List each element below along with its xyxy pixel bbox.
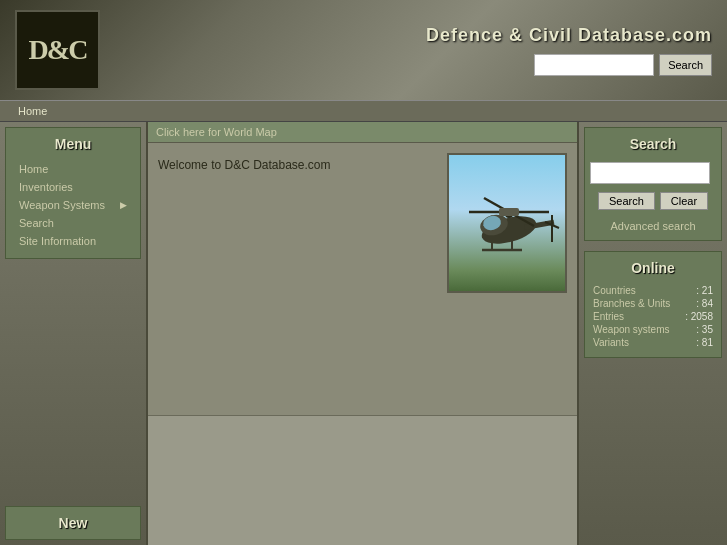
- worldmap-link[interactable]: Click here for World Map: [148, 122, 577, 143]
- header-search-button[interactable]: Search: [659, 54, 712, 76]
- header-search-input[interactable]: [534, 54, 654, 76]
- online-row-entries: Entries : 2058: [590, 310, 716, 323]
- center-content: Click here for World Map Welcome to D&C …: [148, 122, 579, 545]
- sidebar-item-inventories[interactable]: Inventories: [11, 178, 135, 196]
- online-entries-value: : 2058: [685, 311, 713, 322]
- logo-area: D&C: [15, 10, 100, 90]
- chevron-right-icon: ▶: [120, 200, 127, 210]
- online-row-branches: Branches & Units : 84: [590, 297, 716, 310]
- sidebar-item-weapon-systems-label: Weapon Systems: [19, 199, 105, 211]
- right-sidebar: Search Search Clear Advanced search Onli…: [579, 122, 727, 545]
- sidebar-item-site-info-label: Site Information: [19, 235, 96, 247]
- header: D&C Defence & Civil Database.com Search: [0, 0, 727, 100]
- search-panel-clear-button[interactable]: Clear: [660, 192, 708, 210]
- online-row-weapon-systems: Weapon systems : 35: [590, 323, 716, 336]
- search-panel-title: Search: [590, 136, 716, 152]
- online-panel: Online Countries : 21 Branches & Units :…: [584, 251, 722, 358]
- search-panel-input[interactable]: [590, 162, 710, 184]
- logo: D&C: [15, 10, 100, 90]
- online-entries-label: Entries: [593, 311, 624, 322]
- sidebar-item-inventories-label: Inventories: [19, 181, 73, 193]
- online-row-variants: Variants : 81: [590, 336, 716, 349]
- sidebar-item-site-information[interactable]: Site Information: [11, 232, 135, 250]
- center-main: Welcome to D&C Database.com: [148, 143, 577, 415]
- online-variants-value: : 81: [696, 337, 713, 348]
- sidebar-item-home-label: Home: [19, 163, 48, 175]
- navbar: Home: [0, 100, 727, 122]
- sidebar-new-title: New: [11, 515, 135, 531]
- sidebar: Menu Home Inventories Weapon Systems ▶ S…: [0, 122, 148, 545]
- online-panel-title: Online: [590, 260, 716, 276]
- sidebar-item-weapon-systems[interactable]: Weapon Systems ▶: [11, 196, 135, 214]
- main-wrapper: Menu Home Inventories Weapon Systems ▶ S…: [0, 122, 727, 545]
- header-right: Defence & Civil Database.com Search: [426, 25, 712, 76]
- helicopter-image: [447, 153, 567, 293]
- search-panel: Search Search Clear Advanced search: [584, 127, 722, 241]
- advanced-search-link[interactable]: Advanced search: [590, 220, 716, 232]
- sidebar-menu: Menu Home Inventories Weapon Systems ▶ S…: [5, 127, 141, 259]
- online-weapon-systems-value: : 35: [696, 324, 713, 335]
- nav-home-link[interactable]: Home: [10, 103, 55, 119]
- sidebar-menu-title: Menu: [11, 136, 135, 152]
- online-branches-label: Branches & Units: [593, 298, 670, 309]
- sidebar-item-home[interactable]: Home: [11, 160, 135, 178]
- online-branches-value: : 84: [696, 298, 713, 309]
- search-panel-search-button[interactable]: Search: [598, 192, 655, 210]
- sidebar-item-search[interactable]: Search: [11, 214, 135, 232]
- site-title: Defence & Civil Database.com: [426, 25, 712, 46]
- sidebar-new-panel: New: [5, 506, 141, 540]
- welcome-text: Welcome to D&C Database.com: [158, 153, 432, 405]
- svg-rect-12: [499, 208, 519, 216]
- helicopter-svg: [454, 170, 564, 280]
- sidebar-item-search-label: Search: [19, 217, 54, 229]
- header-search-row: Search: [534, 54, 712, 76]
- online-countries-label: Countries: [593, 285, 636, 296]
- online-row-countries: Countries : 21: [590, 284, 716, 297]
- online-variants-label: Variants: [593, 337, 629, 348]
- center-bottom: [148, 415, 577, 545]
- online-weapon-systems-label: Weapon systems: [593, 324, 670, 335]
- search-panel-buttons: Search Clear: [590, 192, 716, 210]
- online-countries-value: : 21: [696, 285, 713, 296]
